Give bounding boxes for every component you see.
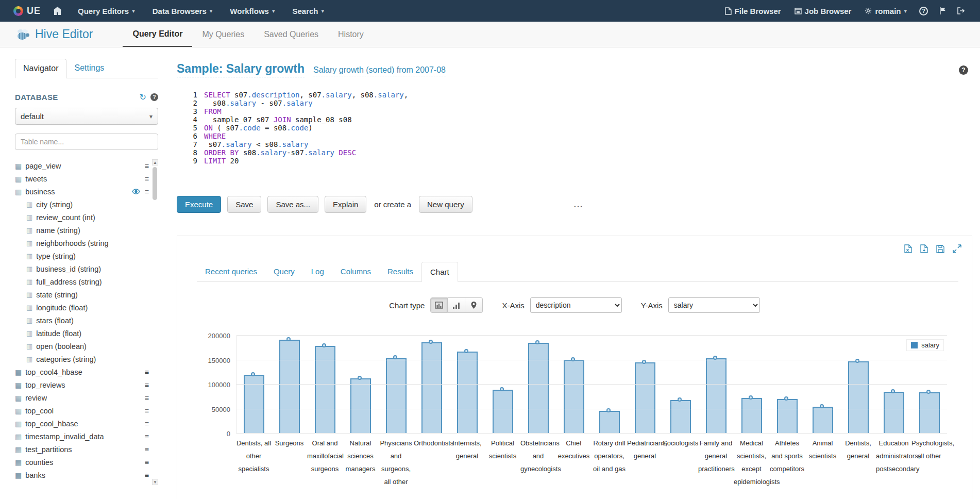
result-tab-chart[interactable]: Chart <box>421 262 458 282</box>
table-row-business[interactable]: ▦business≡ <box>15 185 149 198</box>
bars-chart-type-button[interactable] <box>448 297 465 313</box>
menu-data-browsers[interactable]: Data Browsers▾ <box>144 0 222 22</box>
table-row-tweets[interactable]: ▦tweets≡ <box>15 172 149 185</box>
column-row-categories[interactable]: ▥categories (string) <box>15 353 149 365</box>
result-tab-columns[interactable]: Columns <box>332 262 379 282</box>
result-tab-query[interactable]: Query <box>265 262 303 282</box>
explain-button[interactable]: Explain <box>325 196 366 213</box>
column-row-type[interactable]: ▥type (string) <box>15 250 149 262</box>
bar <box>884 392 904 434</box>
refresh-icon[interactable]: ↻ <box>140 93 146 102</box>
table-filter-input[interactable] <box>15 134 158 150</box>
tab-saved-queries[interactable]: Saved Queries <box>254 22 328 47</box>
file-browser-link[interactable]: File Browser <box>718 0 788 22</box>
table-menu-icon[interactable]: ≡ <box>145 446 149 453</box>
execute-button[interactable]: Execute <box>177 196 221 213</box>
query-title[interactable]: Sample: Salary growth <box>177 62 305 77</box>
user-menu[interactable]: romain ▾ <box>858 0 914 22</box>
sidebar-scrollbar[interactable]: ▲ ▼ <box>152 159 158 485</box>
hue-logo[interactable]: UE <box>13 6 41 16</box>
hive-editor-title[interactable]: Hive Editor <box>15 22 93 47</box>
scroll-down-icon[interactable]: ▼ <box>152 479 158 485</box>
table-menu-icon[interactable]: ≡ <box>145 162 149 170</box>
column-row-longitude[interactable]: ▥longitude (float) <box>15 301 149 314</box>
column-row-city[interactable]: ▥city (string) <box>15 198 149 211</box>
sidebar-tab-navigator[interactable]: Navigator <box>15 59 66 78</box>
column-row-full-address[interactable]: ▥full_address (string) <box>15 275 149 288</box>
scroll-up-icon[interactable]: ▲ <box>152 159 158 165</box>
tab-my-queries[interactable]: My Queries <box>192 22 254 47</box>
query-subtitle-link[interactable]: Salary growth (sorted) from 2007-08 <box>313 65 446 76</box>
save-results-button[interactable] <box>936 245 944 253</box>
job-browser-label: Job Browser <box>805 7 852 15</box>
table-row-top-cool4-hbase[interactable]: ▦top_cool4_hbase≡ <box>15 365 149 378</box>
database-select[interactable]: default ▾ <box>15 108 158 125</box>
query-help-button[interactable]: ? <box>959 65 968 75</box>
table-menu-icon[interactable]: ≡ <box>145 369 149 376</box>
help-button[interactable]: ? <box>914 0 934 22</box>
table-menu-icon[interactable]: ≡ <box>145 381 149 389</box>
save-button[interactable]: Save <box>227 196 261 213</box>
question-icon: ? <box>959 65 968 75</box>
y-axis-select[interactable]: salary <box>668 297 760 313</box>
job-browser-link[interactable]: Job Browser <box>788 0 858 22</box>
table-row-review[interactable]: ▦review≡ <box>15 391 149 404</box>
result-tab-results[interactable]: Results <box>379 262 421 282</box>
save-as-button[interactable]: Save as... <box>267 196 318 213</box>
tab-query-editor[interactable]: Query Editor <box>123 22 192 47</box>
table-menu-icon[interactable]: ≡ <box>145 433 149 440</box>
eye-icon[interactable] <box>132 189 140 194</box>
x-axis-select[interactable]: description <box>530 297 622 313</box>
column-row-neighborhoods[interactable]: ▥neighborhoods (string <box>15 237 149 250</box>
table-menu-icon[interactable]: ≡ <box>145 459 149 466</box>
expand-results-button[interactable] <box>953 244 961 253</box>
sidebar-tab-settings[interactable]: Settings <box>66 59 112 78</box>
chart-legend[interactable]: salary <box>906 339 944 351</box>
download-csv-button[interactable] <box>920 244 928 253</box>
hue-logo-icon <box>13 6 23 16</box>
tab-history[interactable]: History <box>328 22 374 47</box>
feedback-button[interactable] <box>934 0 952 22</box>
menu-query-editors[interactable]: Query Editors▾ <box>69 0 144 22</box>
map-chart-type-button[interactable] <box>465 297 483 313</box>
table-row-top-cool-hbase[interactable]: ▦top_cool_hbase≡ <box>15 417 149 430</box>
table-menu-icon[interactable]: ≡ <box>145 188 149 195</box>
new-query-button[interactable]: New query <box>419 196 472 213</box>
table-menu-icon[interactable]: ≡ <box>145 175 149 182</box>
table-row-top-cool[interactable]: ▦top_cool≡ <box>15 404 149 417</box>
database-help-icon[interactable]: ? <box>150 93 158 101</box>
menu-workflows[interactable]: Workflows▾ <box>221 0 283 22</box>
column-row-state[interactable]: ▥state (string) <box>15 288 149 301</box>
column-row-open[interactable]: ▥open (boolean) <box>15 340 149 353</box>
more-actions[interactable]: ... <box>574 200 584 209</box>
table-menu-icon[interactable]: ≡ <box>145 394 149 402</box>
table-menu-icon[interactable]: ≡ <box>145 472 149 479</box>
table-row-top-reviews[interactable]: ▦top_reviews≡ <box>15 378 149 391</box>
bar-chart-type-button[interactable] <box>430 297 448 313</box>
scrollbar-thumb[interactable] <box>153 167 157 200</box>
table-row-counties[interactable]: ▦counties≡ <box>15 456 149 469</box>
column-row-latitude[interactable]: ▥latitude (float) <box>15 327 149 340</box>
table-row-banks[interactable]: ▦banks≡ <box>15 469 149 481</box>
download-xls-button[interactable] <box>904 244 912 253</box>
table-menu-icon[interactable]: ≡ <box>145 407 149 414</box>
bar <box>848 361 869 434</box>
table-row-page-view[interactable]: ▦page_view≡ <box>15 159 149 172</box>
result-tab-log[interactable]: Log <box>303 262 332 282</box>
result-tab-recent-queries[interactable]: Recent queries <box>197 262 265 282</box>
table-row-test-partitions[interactable]: ▦test_partitions≡ <box>15 443 149 456</box>
sql-editor[interactable]: 123456789 SELECT s07.description, s07.sa… <box>177 91 972 182</box>
column-row-stars[interactable]: ▥stars (float) <box>15 314 149 327</box>
column-row-review-count[interactable]: ▥review_count (int) <box>15 211 149 224</box>
bar-marker <box>891 389 895 393</box>
column-row-business-id[interactable]: ▥business_id (string) <box>15 262 149 275</box>
logout-button[interactable] <box>952 0 971 22</box>
menu-search[interactable]: Search▾ <box>283 0 333 22</box>
bar <box>315 346 335 434</box>
home-button[interactable] <box>46 0 69 22</box>
table-menu-icon[interactable]: ≡ <box>145 420 149 427</box>
table-row-timestamp-invalid-data[interactable]: ▦timestamp_invalid_data≡ <box>15 430 149 443</box>
result-tabs: Recent queriesQueryLogColumnsResultsChar… <box>197 262 958 282</box>
column-row-name[interactable]: ▥name (string) <box>15 224 149 237</box>
x-tick-label: Sociologists <box>663 437 698 488</box>
